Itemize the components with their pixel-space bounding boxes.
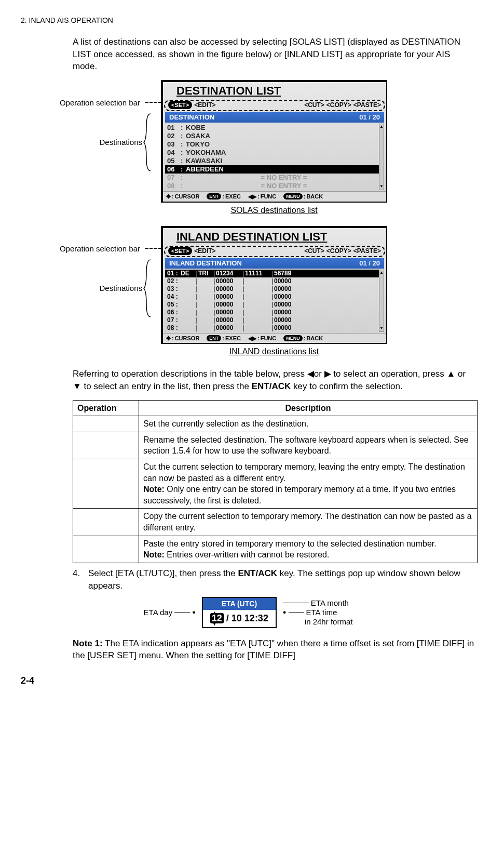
solas-caption: SOLAS destinations list [161,205,387,216]
page-number: 2-4 [21,674,475,687]
solas-panel: DESTINATION LIST <SET> <EDIT> <CUT> <COP… [161,80,387,202]
menu-icon: MENU [283,193,303,199]
op-set[interactable]: <SET> [168,247,192,255]
label-destinations: Destinations [99,283,142,294]
label-op-sel-bar: Operation selection bar [60,244,140,254]
label-destinations: Destinations [99,137,142,148]
th-description: Description [139,400,478,416]
table-row: Rename the selected destination. The sof… [73,432,478,459]
list-item-empty[interactable]: 08:= NO ENTRY = [165,182,384,190]
menu-icon: MENU [283,335,303,341]
step-4: 4. Select [ETA (LT/UTC)], then press the… [73,567,475,592]
inland-panel: INLAND DESTINATION LIST <SET> <EDIT> <CU… [161,226,387,344]
list-header-bar: DESTINATION 01 / 20 [165,112,384,123]
table-row: Paste the entry stored in temporary memo… [73,536,478,563]
eta-rest: / 10 12:32 [224,613,268,623]
label-op-sel-bar: Operation selection bar [60,98,140,108]
operation-selection-bar[interactable]: <SET> <EDIT> <CUT> <COPY> <PASTE> [164,100,385,111]
table-row: Set the currently selection as the desti… [73,416,478,432]
op-paste[interactable]: <PASTE> [353,101,381,109]
lr-icon: ◀▶ [248,335,256,342]
list-item[interactable]: 06:ABERDEEN [165,165,384,174]
operation-selection-bar[interactable]: <SET> <EDIT> <CUT> <COPY> <PASTE> [164,246,385,257]
list-item[interactable]: 03:TOKYO [165,140,384,149]
list-item[interactable]: 07 :||00000||00000 [165,316,384,324]
panel-footer: ✥:CURSOR ENT:EXEC ◀▶:FUNC MENU:BACK [163,191,386,202]
panel-title: DESTINATION LIST [176,83,281,99]
op-cut[interactable]: <CUT> [304,101,324,109]
panel-footer: ✥:CURSOR ENT:EXEC ◀▶:FUNC MENU:BACK [163,333,386,343]
table-row: Cut the current selection to temporary m… [73,459,478,508]
eta-time-format-label: in 24hr format [283,617,353,627]
op-cut[interactable]: <CUT> [304,247,324,255]
list-item[interactable]: 02 :||00000||00000 [165,277,384,285]
inland-list: ▲▼ 01 :DE|TRI|01234|11111|5678902 :||000… [165,270,384,332]
solas-figure: Operation selection bar Destinations DES… [21,80,475,216]
scrollbar[interactable]: ▲▼ [379,270,384,332]
intro-paragraph: A list of destinations can also be acces… [73,36,475,73]
panel-title: INLAND DESTINATION LIST [176,229,327,245]
list-item[interactable]: 03 :||00000||00000 [165,285,384,293]
table-row: Copy the current selection to temporary … [73,509,478,536]
op-copy[interactable]: <COPY> [326,247,351,255]
eta-time-label: ETA time [306,608,337,617]
cursor-icon: ✥ [166,335,171,342]
inland-figure: Operation selection bar Destinations INL… [21,226,475,357]
ent-icon: ENT [207,193,221,199]
th-operation: Operation [73,400,139,416]
eta-month-label: ETA month [311,598,349,608]
ent-icon: ENT [207,335,221,341]
op-copy[interactable]: <COPY> [326,101,351,109]
note-1: Note 1: The ETA indication appears as "E… [73,637,475,662]
operations-table: Operation Description Set the currently … [73,400,478,563]
list-item[interactable]: 01 :DE|TRI|01234|11111|56789 [165,270,384,277]
op-set[interactable]: <SET> [168,101,192,109]
scrollbar[interactable]: ▲▼ [379,124,384,190]
eta-head: ETA (UTC) [203,598,276,610]
list-item-empty[interactable]: 07:= NO ENTRY = [165,174,384,182]
list-item[interactable]: 06 :||00000||00000 [165,309,384,316]
eta-day-label: ETA day [144,607,173,618]
section-header: 2. INLAND AIS OPERATION [21,16,475,25]
cursor-icon: ✥ [166,193,171,201]
lr-icon: ◀▶ [248,193,256,201]
list-item[interactable]: 05 :||00000||00000 [165,301,384,309]
list-item[interactable]: 04:YOKOHAMA [165,149,384,157]
op-edit[interactable]: <EDIT> [194,247,215,255]
op-edit[interactable]: <EDIT> [194,101,215,109]
list-header-bar: INLAND DESTINATION 01 / 20 [165,258,384,269]
inland-caption: INLAND destinations list [161,346,387,357]
op-paste[interactable]: <PASTE> [353,247,381,255]
refer-paragraph: Referring to operation descriptions in t… [73,368,475,393]
list-item[interactable]: 05:KAWASAKI [165,157,384,165]
eta-figure: ETA day ● ETA (UTC) ▲ 12 / 10 12:32 ▼ ET… [21,597,475,628]
destination-list: ▲▼ 01:KOBE02:OSAKA03:TOKYO04:YOKOHAMA05:… [165,124,384,190]
eta-box[interactable]: ETA (UTC) ▲ 12 / 10 12:32 ▼ [202,597,277,628]
list-item[interactable]: 02:OSAKA [165,132,384,140]
list-item[interactable]: 08 :||00000||00000 [165,324,384,332]
list-item[interactable]: 04 :||00000||00000 [165,293,384,301]
list-item[interactable]: 01:KOBE [165,124,384,132]
